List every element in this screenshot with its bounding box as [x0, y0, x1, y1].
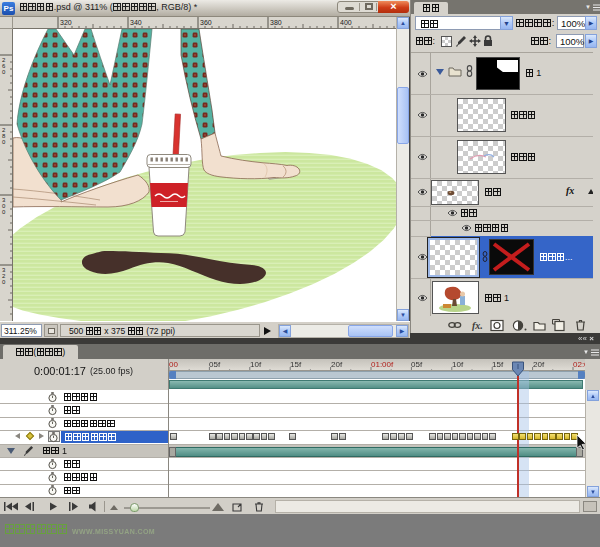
svg-text:320: 320 [60, 19, 72, 26]
svg-text:400: 400 [340, 19, 352, 26]
svg-text:380: 380 [270, 19, 282, 26]
svg-text:340: 340 [130, 19, 142, 26]
svg-text:fx.: fx. [472, 320, 483, 331]
svg-text:360: 360 [200, 19, 212, 26]
